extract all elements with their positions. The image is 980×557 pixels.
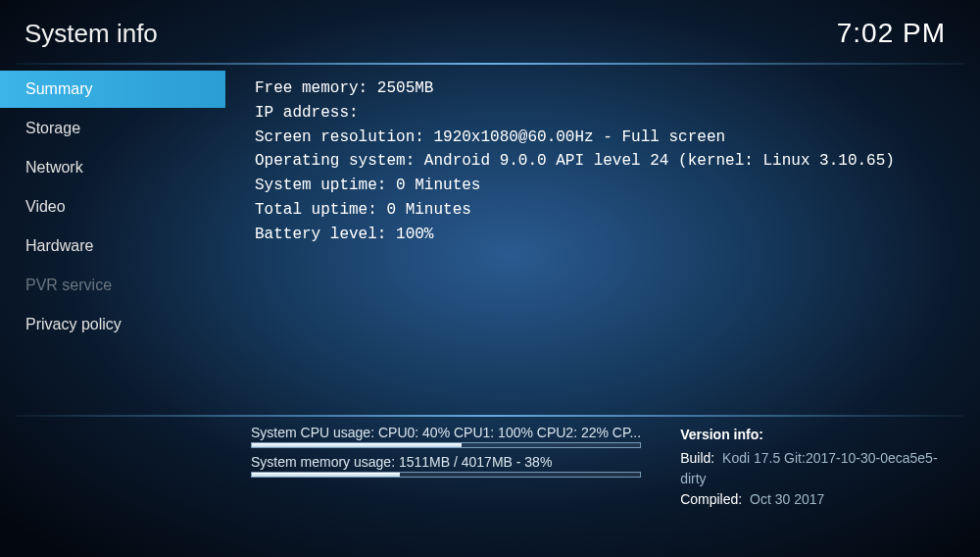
version-title: Version info: xyxy=(680,425,955,445)
footer: System CPU usage: CPU0: 40% CPU1: 100% C… xyxy=(16,415,964,510)
info-line: Screen resolution: 1920x1080@60.00Hz - F… xyxy=(255,126,941,150)
info-label: Screen resolution: xyxy=(255,126,433,150)
info-label: Battery level: xyxy=(255,223,396,247)
info-line: Free memory: 2505MB xyxy=(255,76,941,101)
version-compiled: Compiled: Oct 30 2017 xyxy=(680,489,955,510)
page-title: System info xyxy=(24,19,158,49)
version-build-label: Build: xyxy=(680,450,714,466)
sidebar-item-privacy-policy[interactable]: Privacy policy xyxy=(0,306,225,343)
sidebar-item-storage[interactable]: Storage xyxy=(0,110,225,147)
info-value: Android 9.0.0 API level 24 (kernel: Linu… xyxy=(424,149,895,174)
info-line: System uptime: 0 Minutes xyxy=(255,174,941,198)
footer-divider xyxy=(16,415,964,417)
usage-column: System CPU usage: CPU0: 40% CPU1: 100% C… xyxy=(251,425,641,510)
info-value: 2505MB xyxy=(377,76,434,101)
header: System info 7:02 PM xyxy=(0,0,980,63)
memory-usage-bar xyxy=(251,472,641,478)
info-label: Operating system: xyxy=(255,149,424,174)
info-line: Battery level: 100% xyxy=(255,223,941,247)
cpu-usage-fill xyxy=(252,443,462,447)
sidebar-item-video[interactable]: Video xyxy=(0,188,225,226)
info-line: Operating system: Android 9.0.0 API leve… xyxy=(255,149,941,174)
info-value: 1920x1080@60.00Hz - Full screen xyxy=(433,126,725,150)
sidebar-item-network[interactable]: Network xyxy=(0,149,225,186)
version-column: Version info: Build: Kodi 17.5 Git:2017-… xyxy=(680,425,955,510)
summary-panel: Free memory: 2505MBIP address:Screen res… xyxy=(225,65,980,388)
memory-usage-label: System memory usage: 1511MB / 4017MB - 3… xyxy=(251,454,641,470)
version-build-value: Kodi 17.5 Git:2017-10-30-0eca5e5-dirty xyxy=(680,450,937,486)
sidebar-item-pvr-service: PVR service xyxy=(0,267,225,304)
sidebar-item-summary[interactable]: Summary xyxy=(0,71,225,108)
sidebar: SummaryStorageNetworkVideoHardwarePVR se… xyxy=(0,65,225,388)
info-label: Free memory: xyxy=(255,76,377,101)
cpu-usage-block: System CPU usage: CPU0: 40% CPU1: 100% C… xyxy=(251,425,641,448)
info-label: System uptime: xyxy=(255,174,396,198)
info-value: 100% xyxy=(396,223,433,247)
content-area: SummaryStorageNetworkVideoHardwarePVR se… xyxy=(0,65,980,388)
info-line: IP address: xyxy=(255,101,941,126)
info-label: IP address: xyxy=(255,101,359,126)
info-line: Total uptime: 0 Minutes xyxy=(255,198,941,223)
version-compiled-label: Compiled: xyxy=(680,491,742,507)
info-value: 0 Minutes xyxy=(386,198,470,223)
version-build: Build: Kodi 17.5 Git:2017-10-30-0eca5e5-… xyxy=(680,448,955,489)
version-compiled-value: Oct 30 2017 xyxy=(750,491,824,507)
cpu-usage-bar xyxy=(251,442,641,448)
memory-usage-fill xyxy=(252,473,400,477)
cpu-usage-label: System CPU usage: CPU0: 40% CPU1: 100% C… xyxy=(251,425,641,440)
memory-usage-block: System memory usage: 1511MB / 4017MB - 3… xyxy=(251,454,641,478)
clock: 7:02 PM xyxy=(837,18,946,49)
sidebar-item-hardware[interactable]: Hardware xyxy=(0,228,225,265)
info-label: Total uptime: xyxy=(255,198,386,223)
info-value: 0 Minutes xyxy=(396,174,480,198)
